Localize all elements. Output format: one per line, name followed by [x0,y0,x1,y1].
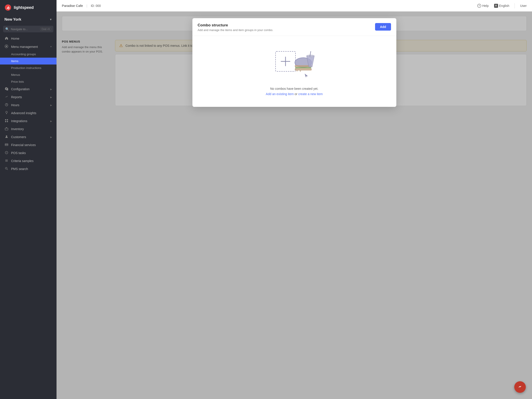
hours-icon [4,103,8,107]
svg-rect-37 [295,67,311,68]
search-shortcut: Cmd + K [40,27,51,31]
svg-rect-11 [7,121,8,122]
reports-icon [4,95,8,99]
svg-line-21 [7,169,8,170]
criteria-samples-icon [4,159,8,163]
location-selector[interactable]: New York ▼ [0,15,57,25]
home-icon [4,37,8,41]
reports-label: Reports [11,95,22,99]
lightspeed-logo-icon [4,4,12,11]
svg-rect-7 [6,113,7,114]
sidebar-sub-menus[interactable]: Menus [0,71,57,78]
language-selector[interactable]: A English [494,4,509,8]
menus-label: Menus [11,73,20,76]
sidebar-logo[interactable]: lightspeed [0,0,57,15]
svg-point-2 [6,46,7,47]
items-label: Items [11,59,18,63]
sidebar-sub-items[interactable]: Items [0,58,57,64]
financial-services-label: Financial services [11,143,36,147]
pos-tasks-label: POS tasks [11,151,26,155]
config-expand-icon: ▶ [50,88,52,90]
sidebar-group-hours[interactable]: Hours ▶ [0,101,57,109]
svg-point-39 [307,55,314,57]
fab-button[interactable] [514,381,526,393]
sidebar-item-criteria-samples[interactable]: Criteria samples [0,157,57,165]
svg-rect-8 [5,119,6,120]
menu-management-icon [4,44,8,49]
svg-rect-12 [5,128,8,130]
topbar-id: ID: 000 [91,4,101,7]
expand-icon: ▼ [50,45,52,48]
sidebar-sub-accounting-groups[interactable]: Accounting groups [0,51,57,58]
topbar-separator: | [86,4,87,7]
modal-header-text: Combo structure Add and manage the items… [198,23,273,32]
create-new-item-link[interactable]: create a new item [298,92,323,96]
help-label: Help [482,4,489,7]
customers-label: Customers [11,135,26,139]
sidebar-sub-price-lists[interactable]: Price lists [0,78,57,85]
navigate-search[interactable]: 🔍 Navigate to... Cmd + K [3,26,53,32]
content-area: Add custom SKU POS MENUS Add and manage … [57,12,532,399]
pms-search-label: PMS search [11,167,28,171]
help-button[interactable]: ? Help [477,4,489,8]
topbar-divider [514,3,515,8]
combo-empty-links: Add an existing item or create a new ite… [266,92,323,96]
help-circle-icon: ? [477,4,481,8]
shortcut-cmd: Cmd [41,28,46,30]
modal-title: Combo structure [198,23,273,27]
pos-tasks-icon [4,151,8,155]
inventory-label: Inventory [11,127,24,131]
sidebar-group-integrations[interactable]: Integrations ▶ [0,117,57,125]
language-icon: A [494,4,498,8]
sidebar-group-configuration[interactable]: Configuration ▶ [0,85,57,93]
svg-point-6 [6,111,7,113]
svg-rect-10 [5,121,6,122]
svg-rect-38 [295,68,312,70]
sidebar-item-pms-search[interactable]: PMS search [0,165,57,173]
user-menu[interactable]: User [520,4,527,7]
sidebar-item-inventory[interactable]: Inventory [0,125,57,133]
customers-icon [4,135,8,139]
modal-add-button[interactable]: Add [375,23,391,31]
modal-overlay: Combo structure Add and manage the items… [57,12,532,399]
sidebar-item-home[interactable]: Home [0,35,57,43]
configuration-icon [4,87,8,91]
production-instructions-label: Production instructions [11,66,41,70]
integrations-label: Integrations [11,119,27,123]
advanced-insights-label: Advanced insights [11,111,36,115]
modal-body: No combos have been created yet. Add an … [192,36,396,107]
combo-empty-illustration [272,45,317,82]
inventory-icon [4,127,8,131]
sidebar-item-pos-tasks[interactable]: POS tasks [0,149,57,157]
sidebar-group-reports[interactable]: Reports ▶ [0,93,57,101]
sidebar-item-financial-services[interactable]: Financial services [0,141,57,149]
accounting-groups-label: Accounting groups [11,52,36,56]
svg-rect-9 [7,119,8,120]
price-lists-label: Price lists [11,80,24,83]
svg-point-20 [5,167,7,169]
sidebar: lightspeed New York ▼ 🔍 Navigate to... C… [0,0,57,399]
main-area: Paradise Cafe | ID: 000 ? Help A English… [57,0,532,399]
criteria-samples-label: Criteria samples [11,159,33,163]
sidebar-sub-production-instructions[interactable]: Production instructions [0,64,57,71]
modal-description: Add and manage the items and item groups… [198,28,273,32]
sidebar-group-menu-management-label: Menu management [11,45,38,49]
shortcut-key: K [48,28,50,30]
language-label: English [499,4,509,7]
combo-structure-modal: Combo structure Add and manage the items… [192,18,396,107]
sidebar-group-customers[interactable]: Customers ▶ [0,133,57,141]
integrations-icon [4,119,8,123]
add-existing-item-link[interactable]: Add an existing item [266,92,294,96]
topbar: Paradise Cafe | ID: 000 ? Help A English… [57,0,532,12]
svg-rect-15 [5,144,8,145]
svg-marker-41 [304,73,309,78]
integrations-expand-icon: ▶ [50,120,52,122]
search-icon: 🔍 [5,27,9,31]
modal-header: Combo structure Add and manage the items… [192,18,396,36]
advanced-insights-icon [4,111,8,115]
sidebar-group-menu-management[interactable]: Menu management ▼ [0,43,57,51]
configuration-label: Configuration [11,87,30,91]
sidebar-item-home-label: Home [11,37,19,40]
sidebar-item-advanced-insights[interactable]: Advanced insights [0,109,57,117]
reports-expand-icon: ▶ [50,96,52,98]
